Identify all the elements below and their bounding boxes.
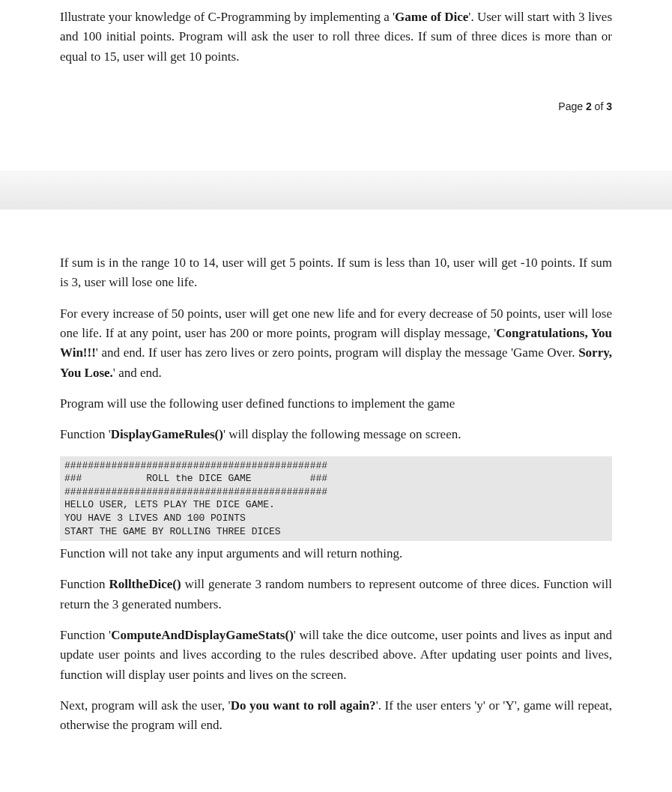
page-label: Page <box>558 100 586 112</box>
text: Function <box>60 577 109 591</box>
paragraph-computestats: Function 'ComputeAndDisplayGameStats()' … <box>60 626 612 685</box>
page-number: Page 2 of 3 <box>60 100 612 135</box>
text-bold-rollagain: Do you want to roll again? <box>231 698 376 713</box>
page-upper: Illustrate your knowledge of C-Programmi… <box>0 0 672 157</box>
paragraph-noargs: Function will not take any input argumen… <box>60 544 612 563</box>
paragraph-displaygamerules: Function 'DisplayGameRules()' will displ… <box>60 425 612 444</box>
paragraph-rules: If sum is in the range 10 to 14, user wi… <box>60 253 612 293</box>
paragraph-functions-intro: Program will use the following user defi… <box>60 394 612 414</box>
text: Function ' <box>60 427 111 441</box>
gap-spacer <box>0 157 672 171</box>
text: ' and end. <box>113 366 162 380</box>
code-block: ########################################… <box>60 456 612 541</box>
text: ' and end. If user has zero lives or zer… <box>96 345 578 360</box>
page-lower: If sum is in the range 10 to 14, user wi… <box>0 210 672 770</box>
text: Function ' <box>60 628 111 642</box>
paragraph-rollthedice: Function RolltheDice() will generate 3 r… <box>60 575 612 614</box>
text: Next, program will ask the user, ' <box>60 698 231 713</box>
text-bold-game-of-dice: Game of Dice <box>395 10 468 24</box>
text: ' will display the following message on … <box>223 427 461 441</box>
page-total: 3 <box>606 100 612 112</box>
page-of: of <box>592 100 606 112</box>
paragraph-lives: For every increase of 50 points, user wi… <box>60 304 612 383</box>
text: Illustrate your knowledge of C-Programmi… <box>60 10 395 24</box>
paragraph-rollagain: Next, program will ask the user, 'Do you… <box>60 696 612 736</box>
page-current: 2 <box>586 100 592 112</box>
text-bold-displaygamerules: DisplayGameRules() <box>111 427 223 441</box>
page-divider <box>0 171 672 210</box>
text-bold-rollthedice: RolltheDice() <box>109 577 181 591</box>
text-bold-computestats: ComputeAndDisplayGameStats() <box>111 628 294 642</box>
paragraph-intro: Illustrate your knowledge of C-Programmi… <box>60 7 612 67</box>
